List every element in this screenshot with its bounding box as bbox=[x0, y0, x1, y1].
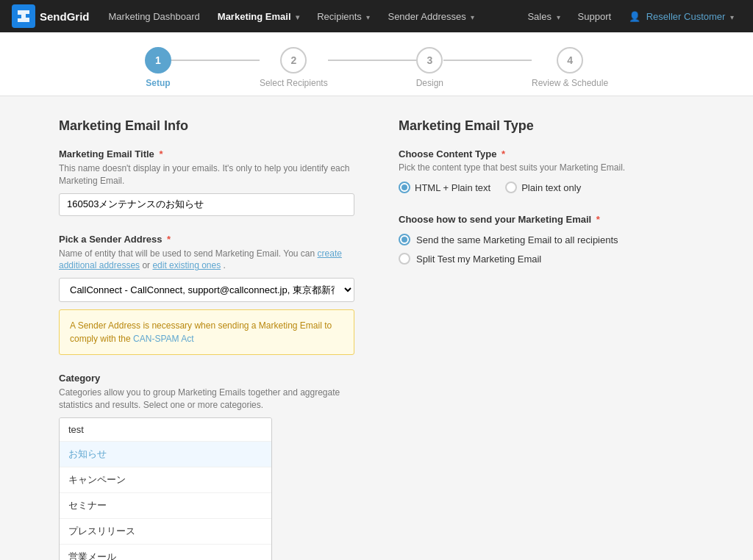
nav-user-arrow: ▾ bbox=[730, 13, 734, 21]
stepper: 1 Setup 2 Select Recipients 3 Design 4 R… bbox=[145, 47, 608, 88]
nav-marketing-dashboard[interactable]: Marketing Dashboard bbox=[101, 8, 207, 25]
step-1[interactable]: 1 Setup bbox=[145, 47, 171, 88]
nav-sales-arrow: ▾ bbox=[557, 13, 560, 21]
step-4-circle: 4 bbox=[557, 47, 583, 73]
category-desc: Categories allow you to group Marketing … bbox=[59, 387, 354, 412]
main-content: Marketing Email Info Marketing Email Tit… bbox=[0, 96, 753, 560]
content-type-html-radio[interactable] bbox=[399, 182, 410, 193]
nav-recipients[interactable]: Recipients ▾ bbox=[310, 8, 377, 25]
nav-marketing-email-arrow: ▾ bbox=[296, 13, 299, 21]
nav-sender-addresses[interactable]: Sender Addresses ▾ bbox=[380, 8, 482, 25]
nav-support[interactable]: Support bbox=[571, 8, 619, 25]
step-2[interactable]: 2 Select Recipients bbox=[260, 47, 328, 88]
step-1-circle: 1 bbox=[145, 47, 171, 73]
sender-required: * bbox=[167, 234, 171, 245]
step-line-3-4 bbox=[443, 60, 532, 61]
send-method-required: * bbox=[596, 214, 600, 225]
step-2-circle: 2 bbox=[280, 47, 307, 73]
sender-address-label: Pick a Sender Address * bbox=[59, 234, 354, 245]
step-3[interactable]: 3 Design bbox=[416, 47, 443, 88]
user-icon: 👤 bbox=[629, 11, 640, 22]
step-2-label: Select Recipients bbox=[260, 78, 328, 88]
brand-name: SendGrid bbox=[40, 10, 90, 23]
content-type-radio-group: HTML + Plain text Plain text only bbox=[399, 182, 694, 193]
content-type-plain[interactable]: Plain text only bbox=[505, 182, 581, 193]
step-1-label: Setup bbox=[146, 78, 170, 88]
nav-sender-addresses-arrow: ▾ bbox=[471, 13, 474, 21]
email-title-input[interactable] bbox=[59, 193, 354, 216]
category-item-campaign[interactable]: キャンペーン bbox=[60, 467, 271, 493]
send-method-section: Choose how to send your Marketing Email … bbox=[399, 214, 694, 265]
step-line-1-2 bbox=[171, 60, 260, 61]
content-type-required: * bbox=[502, 148, 505, 159]
category-label: Category bbox=[59, 373, 354, 384]
category-item-press[interactable]: プレスリリース bbox=[60, 519, 271, 545]
category-group: Category Categories allow you to group M… bbox=[59, 373, 354, 560]
nav-sales[interactable]: Sales ▾ bbox=[520, 8, 567, 25]
left-panel: Marketing Email Info Marketing Email Tit… bbox=[59, 118, 354, 560]
category-item-sales[interactable]: 営業メール bbox=[60, 545, 271, 560]
sendgrid-logo-icon bbox=[12, 4, 35, 28]
nav-recipients-arrow: ▾ bbox=[366, 13, 370, 21]
step-3-label: Design bbox=[416, 78, 443, 88]
split-test-radio[interactable] bbox=[399, 253, 410, 265]
category-list: test お知らせ キャンペーン セミナー プレスリリース 営業メール bbox=[59, 417, 272, 560]
content-type-desc: Pick the content type that best suits yo… bbox=[399, 162, 694, 173]
can-spam-link[interactable]: CAN-SPAM Act bbox=[133, 334, 193, 344]
email-title-required: * bbox=[159, 148, 163, 159]
sender-address-select[interactable]: CallConnect - CallConnect, support@callc… bbox=[59, 278, 354, 302]
category-item-seminar[interactable]: セミナー bbox=[60, 493, 271, 519]
category-item-test[interactable]: test bbox=[60, 418, 271, 442]
brand-logo[interactable]: SendGrid bbox=[12, 4, 90, 28]
nav-marketing-email[interactable]: Marketing Email ▾ bbox=[210, 8, 307, 25]
email-title-desc: This name doesn't display in your emails… bbox=[59, 162, 354, 187]
step-4-label: Review & Schedule bbox=[532, 78, 608, 88]
send-same-radio[interactable] bbox=[399, 234, 410, 245]
category-item-oshire[interactable]: お知らせ bbox=[60, 442, 271, 467]
edit-existing-link[interactable]: edit existing ones bbox=[152, 260, 221, 270]
right-section-title: Marketing Email Type bbox=[399, 118, 694, 134]
spam-warning: A Sender Address is necessary when sendi… bbox=[59, 309, 354, 355]
content-type-plain-radio[interactable] bbox=[505, 182, 517, 193]
sender-address-group: Pick a Sender Address * Name of entity t… bbox=[59, 234, 354, 356]
navbar: SendGrid Marketing Dashboard Marketing E… bbox=[0, 0, 753, 32]
right-panel: Marketing Email Type Choose Content Type… bbox=[399, 118, 694, 560]
content-type-label: Choose Content Type * bbox=[399, 148, 694, 159]
email-title-label: Marketing Email Title * bbox=[59, 148, 354, 159]
left-section-title: Marketing Email Info bbox=[59, 118, 354, 134]
step-4[interactable]: 4 Review & Schedule bbox=[532, 47, 608, 88]
stepper-container: 1 Setup 2 Select Recipients 3 Design 4 R… bbox=[0, 32, 753, 96]
split-test-option[interactable]: Split Test my Marketing Email bbox=[399, 253, 694, 265]
sender-address-desc: Name of entity that will be used to send… bbox=[59, 248, 354, 273]
content-type-section: Choose Content Type * Pick the content t… bbox=[399, 148, 694, 193]
send-same-option[interactable]: Send the same Marketing Email to all rec… bbox=[399, 234, 694, 245]
step-3-circle: 3 bbox=[416, 47, 443, 73]
content-type-html[interactable]: HTML + Plain text bbox=[399, 182, 490, 193]
navbar-right: Sales ▾ Support 👤 Reseller Customer ▾ bbox=[520, 8, 741, 25]
step-line-2-3 bbox=[328, 60, 416, 61]
email-title-group: Marketing Email Title * This name doesn'… bbox=[59, 148, 354, 216]
nav-user[interactable]: 👤 Reseller Customer ▾ bbox=[621, 8, 741, 25]
